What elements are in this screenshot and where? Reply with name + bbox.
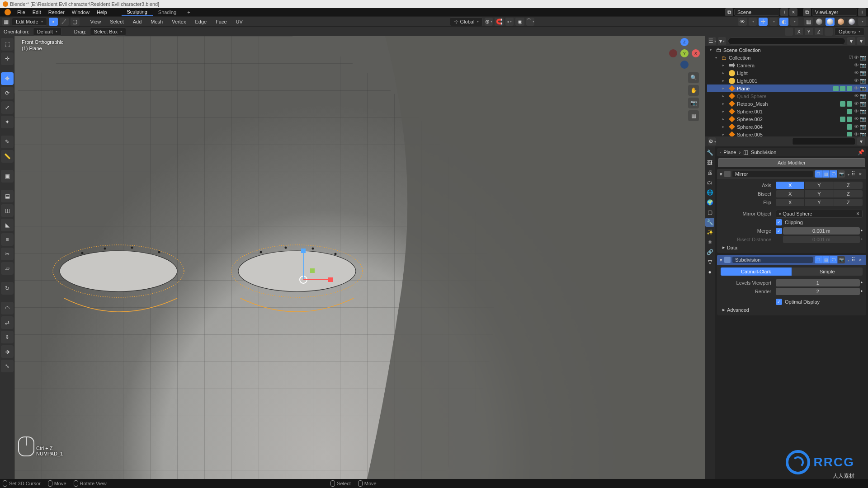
visibility-toggle[interactable]: 👁 [738, 18, 747, 26]
mirror-object-field[interactable]: ▫ Quad Sphere × [776, 210, 863, 218]
render-levels-animate-icon[interactable]: • [861, 288, 863, 295]
shading-rendered[interactable] [847, 18, 856, 26]
tab-tool[interactable]: 🔧 [705, 148, 714, 157]
blender-logo-icon[interactable] [5, 9, 11, 15]
snap-options-dropdown[interactable]: ▫ [505, 18, 514, 26]
subdiv-extras-dropdown[interactable] [847, 257, 849, 263]
mirror-toggle-editmode[interactable]: ▤ [822, 170, 830, 178]
scene-delete-icon[interactable]: × [789, 8, 797, 16]
gizmo-dropdown[interactable] [769, 18, 778, 26]
outliner-collection[interactable]: ▾🗀 Collection ☑👁📷 [707, 54, 868, 61]
tool-add-cube[interactable]: ▣ [1, 170, 14, 183]
scene-name-field[interactable]: Scene [734, 9, 779, 16]
tool-transform[interactable]: ✦ [1, 116, 14, 128]
camera-visibility-icon[interactable]: 📷 [860, 116, 866, 122]
menu-view[interactable]: View [87, 18, 105, 25]
tab-modifiers[interactable]: 🔧 [705, 218, 714, 227]
scene-new-icon[interactable]: + [780, 8, 788, 16]
eye-icon[interactable]: 👁 [854, 62, 859, 68]
gizmo-axis-neg-z-icon[interactable] [680, 61, 689, 69]
mirror-bisect-x[interactable]: X [776, 190, 804, 197]
drag-dropdown[interactable]: Select Box [90, 28, 127, 36]
tab-data[interactable]: ▽ [705, 258, 714, 267]
mesh-axis-z[interactable]: Z [815, 28, 823, 35]
select-mode-vertex[interactable]: ▪ [49, 18, 58, 26]
navigation-gizmo[interactable]: Z Y X [670, 39, 699, 68]
tool-rotate[interactable]: ⟳ [1, 87, 14, 99]
3d-viewport[interactable]: Front Orthographic (1) Plane Z Y X 🔍 ✋ 📷… [14, 36, 705, 479]
select-mode-face[interactable]: ▢ [71, 18, 80, 26]
tool-smooth[interactable]: ◠ [1, 302, 14, 314]
tab-object[interactable]: ▢ [705, 208, 714, 217]
gizmo-axis-neg-x-icon[interactable] [669, 49, 677, 57]
tab-world[interactable]: 🌍 [705, 198, 714, 207]
subdiv-type-simple[interactable]: Simple [792, 267, 863, 276]
tab-particles[interactable]: ✨ [705, 228, 714, 237]
tab-output[interactable]: 🖨 [705, 168, 714, 177]
outliner-editor-type-icon[interactable]: ☰ [708, 37, 716, 45]
subdiv-advanced-subpanel[interactable]: ▸Advanced [721, 306, 863, 314]
menu-window[interactable]: Window [68, 9, 93, 16]
merge-animate-icon[interactable]: • [861, 228, 863, 234]
camera-visibility-icon[interactable]: 📷 [860, 62, 866, 68]
mirror-toggle-render[interactable]: 📷 [838, 170, 845, 178]
mirror-bisect-y[interactable]: Y [805, 190, 833, 197]
editor-type-icon[interactable]: ▦ [2, 18, 10, 26]
tool-poly-build[interactable]: ▱ [1, 262, 14, 275]
mirror-extras-dropdown[interactable] [847, 171, 849, 177]
shading-wireframe[interactable] [815, 18, 824, 26]
tool-scale[interactable]: ⤢ [1, 101, 14, 114]
menu-edit[interactable]: Edit [29, 9, 45, 16]
menu-help[interactable]: Help [93, 9, 111, 16]
tool-bevel[interactable]: ◣ [1, 219, 14, 231]
subdiv-type-catmull[interactable]: Catmull-Clark [721, 267, 792, 276]
mirror-flip-y[interactable]: Y [805, 199, 833, 206]
properties-search-input[interactable] [792, 138, 855, 145]
camera-visibility-icon[interactable]: 📷 [860, 124, 866, 130]
outliner-item-sphere-002[interactable]: ▸Sphere.002👁📷 [707, 115, 868, 123]
outliner-item-sphere-005[interactable]: ▸Sphere.005👁📷 [707, 131, 868, 136]
tab-constraints[interactable]: 🔗 [705, 248, 714, 257]
visibility-dropdown[interactable] [749, 18, 757, 26]
gizmo-axis-y-icon[interactable]: Y [680, 49, 689, 57]
nav-zoom-icon[interactable]: 🔍 [688, 72, 699, 83]
mirror-toggle-oncage[interactable]: ☐ [815, 170, 822, 178]
automerge-toggle[interactable] [825, 28, 833, 36]
levels-viewport-animate-icon[interactable]: • [861, 280, 863, 286]
breadcrumb-object[interactable]: Plane [723, 150, 736, 155]
tool-shear[interactable]: ⬗ [1, 345, 14, 358]
merge-checkbox[interactable]: ✓ [776, 228, 782, 234]
viewlayer-new-icon[interactable]: + [858, 8, 866, 16]
workspace-tab-sculpting[interactable]: Sculpting [122, 8, 153, 16]
proportional-falloff-dropdown[interactable]: ⌒ [526, 18, 534, 26]
menu-mesh[interactable]: Mesh [147, 18, 166, 25]
tool-measure[interactable]: 📏 [1, 150, 14, 163]
camera-visibility-icon[interactable]: 📷 [860, 131, 866, 136]
workspace-tab-add[interactable]: + [182, 9, 195, 16]
clipping-checkbox[interactable]: ✓ [776, 219, 782, 225]
subdiv-toggle-editmode[interactable]: ▤ [822, 256, 830, 263]
mirror-axis-z[interactable]: Z [834, 182, 863, 189]
proportional-edit-toggle[interactable]: ◉ [515, 18, 524, 26]
mirror-toggle-realtime[interactable]: 🖵 [830, 170, 837, 178]
outliner-item-camera[interactable]: ▸Camera👁📷 [707, 61, 868, 69]
outliner-item-light[interactable]: ▸Light👁📷 [707, 69, 868, 77]
orientation-dropdown[interactable]: Default [33, 28, 61, 36]
outliner-item-retopo_mesh[interactable]: ▸Retopo_Mesh👁📷 [707, 100, 868, 108]
outliner-scene-collection[interactable]: ▾🗀 Scene Collection [707, 46, 868, 54]
subdivision-name-field[interactable]: Subdivision [732, 257, 813, 263]
shading-material[interactable] [836, 18, 845, 26]
outliner-item-quad-sphere[interactable]: ▸Quad Sphere👁📷 [707, 92, 868, 100]
eye-icon[interactable]: 👁 [854, 101, 859, 107]
eye-icon[interactable]: 👁 [854, 93, 859, 99]
options-dropdown[interactable]: Options [835, 28, 864, 36]
subdiv-toggle-render[interactable]: 📷 [838, 256, 845, 263]
eye-icon[interactable]: 👁 [854, 116, 859, 122]
mirror-close-button[interactable]: × [857, 171, 863, 177]
optimal-display-checkbox[interactable]: ✓ [776, 299, 782, 305]
gizmo-axis-z-icon[interactable]: Z [680, 38, 689, 46]
mirror-collapse-icon[interactable]: ▾ [720, 171, 722, 177]
outliner-display-mode[interactable]: ▾ [718, 37, 726, 45]
outliner-item-light-001[interactable]: ▸Light.001👁📷 [707, 77, 868, 84]
mode-dropdown[interactable]: Edit Mode [12, 18, 47, 26]
